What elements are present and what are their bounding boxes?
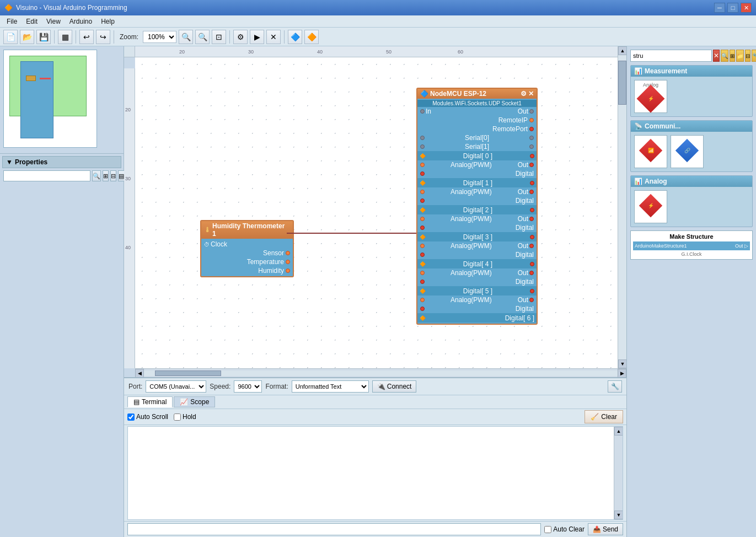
a0-dot[interactable] [420, 163, 425, 167]
vscroll-thumb[interactable] [618, 61, 626, 105]
menu-view[interactable]: View [42, 17, 65, 26]
speed-select[interactable]: 9600 [234, 380, 262, 393]
prop-collapse-button[interactable]: ⊟ [110, 170, 116, 181]
search-extra2[interactable]: 📁 [736, 50, 744, 62]
d3-dot[interactable] [420, 253, 425, 257]
vscroll-track[interactable] [618, 57, 626, 359]
canvas-hscroll[interactable]: ◀ ▶ [135, 368, 626, 377]
hold-label[interactable]: Hold [174, 413, 196, 421]
hscroll-thumb[interactable] [155, 370, 221, 376]
analog2-component[interactable]: ⚡ [634, 190, 667, 223]
d4-dot[interactable] [420, 280, 425, 284]
remoteip-dot[interactable] [529, 118, 534, 122]
hscroll-left[interactable]: ◀ [135, 369, 144, 378]
prop-search-button[interactable]: 🔍 [92, 170, 101, 181]
digital1-out-dot[interactable] [530, 181, 534, 185]
port-select[interactable]: COM5 (Unavai... [146, 380, 206, 393]
out1-dot[interactable] [529, 190, 534, 194]
tab-scope[interactable]: 📈 Scope [174, 396, 215, 407]
maximize-button[interactable]: □ [727, 3, 738, 13]
tab-terminal[interactable]: ▤ Terminal [127, 396, 173, 407]
redo-button[interactable]: ↪ [96, 30, 110, 44]
measurement-header[interactable]: 📊 Measurement [631, 66, 752, 77]
close-button[interactable]: ✕ [741, 3, 752, 13]
digital3-out-dot[interactable] [530, 235, 534, 239]
out0-dot[interactable] [529, 163, 534, 167]
out5-dot[interactable] [529, 298, 534, 302]
terminal-scroll-down[interactable]: ▼ [614, 511, 623, 519]
menu-arduino[interactable]: Arduino [65, 17, 96, 26]
auto-clear-checkbox[interactable] [544, 526, 551, 533]
terminal-scroll-up[interactable]: ▲ [614, 427, 623, 436]
grid-button[interactable]: ▦ [58, 30, 72, 44]
communi-icon2[interactable]: 🔗 [671, 135, 704, 168]
out2-dot[interactable] [529, 217, 534, 221]
format-select[interactable]: Unformatted Text [292, 380, 369, 393]
send-button[interactable]: 📤 Send [588, 523, 623, 535]
new-button[interactable]: 📄 [3, 30, 18, 44]
visuino-btn[interactable]: 🔷 [288, 30, 302, 44]
search-extra4[interactable]: 🔧 [752, 50, 756, 62]
zoom-out-button[interactable]: 🔍 [195, 30, 210, 44]
communi-icon1[interactable]: 📶 [634, 135, 667, 168]
menu-edit[interactable]: Edit [22, 17, 42, 26]
terminal-vscroll[interactable]: ▲ ▼ [614, 427, 623, 519]
a4-dot[interactable] [420, 271, 425, 275]
canvas-vscroll[interactable]: ▲ ▼ [618, 57, 626, 368]
undo-button[interactable]: ↩ [79, 30, 94, 44]
a5-dot[interactable] [420, 298, 425, 302]
auto-scroll-checkbox[interactable] [127, 414, 135, 421]
d5-dot[interactable] [420, 307, 425, 311]
nodemcu-component[interactable]: 🔷 NodeMCU ESP-12 ⚙ ✕ Modules.WiFi.Socket… [416, 88, 538, 325]
in-dot-left[interactable] [420, 109, 425, 114]
digital5-out-dot[interactable] [530, 289, 534, 293]
open-button[interactable]: 📂 [20, 30, 34, 44]
search-input[interactable] [630, 50, 712, 62]
temperature-dot[interactable] [286, 260, 290, 264]
auto-clear-label[interactable]: Auto Clear [544, 525, 585, 533]
out-dot-right[interactable] [529, 109, 534, 114]
out4-dot[interactable] [529, 271, 534, 275]
make-structure-box[interactable]: Make Structure ArduinoMakeStructure1 Out… [630, 230, 753, 260]
digital2-out-dot[interactable] [530, 208, 534, 212]
a2-dot[interactable] [420, 217, 425, 221]
menu-help[interactable]: Help [96, 17, 119, 26]
properties-header[interactable]: ▼ Properties [2, 156, 121, 168]
serial1-dot-left[interactable] [420, 144, 425, 149]
nodemcu-settings[interactable]: ⚙ ✕ [521, 90, 534, 98]
humidity-component[interactable]: 🌡 Humidity Thermometer 1 ⏱ Clock [200, 220, 294, 277]
hold-checkbox[interactable] [174, 414, 181, 421]
out3-dot[interactable] [529, 244, 534, 248]
humidity-out-dot[interactable] [286, 268, 290, 273]
analog-component-icon[interactable]: Analog ⚡ [634, 80, 667, 113]
zoom-fit-button[interactable]: ⊡ [212, 30, 226, 44]
prop-expand-button[interactable]: ⊞ [103, 170, 109, 181]
search-button[interactable]: 🔍 [721, 50, 728, 62]
hscroll-right[interactable]: ▶ [618, 369, 626, 378]
sensor-dot[interactable] [286, 251, 290, 255]
settings-button[interactable]: 🔧 [608, 380, 622, 393]
connect-button[interactable]: 🔌 Connect [372, 380, 417, 393]
canvas-inner[interactable]: 🌡 Humidity Thermometer 1 ⏱ Clock [135, 57, 626, 368]
search-extra3[interactable]: ⊟ [745, 50, 750, 62]
analog-header[interactable]: 📊 Analog [631, 176, 752, 187]
a1-dot[interactable] [420, 190, 425, 194]
search-extra1[interactable]: ⊞ [730, 50, 735, 62]
d0-dot[interactable] [420, 171, 425, 176]
serial0-dot-left[interactable] [420, 136, 425, 140]
zoom-select[interactable]: 50% 75% 100% 150% 200% [143, 31, 176, 43]
vscroll-down[interactable]: ▼ [618, 359, 626, 368]
d2-dot[interactable] [420, 225, 425, 230]
terminal-input[interactable] [127, 523, 541, 535]
d1-dot[interactable] [420, 198, 425, 203]
hscroll-track[interactable] [144, 370, 618, 376]
minimize-button[interactable]: ─ [714, 3, 725, 13]
remoteport-dot[interactable] [529, 127, 534, 131]
serial0-dot-right[interactable] [529, 136, 534, 140]
a3-dot[interactable] [420, 244, 425, 248]
zoom-in-button[interactable]: 🔍 [179, 30, 193, 44]
stop-button[interactable]: ✕ [266, 30, 281, 44]
serial1-dot-right[interactable] [529, 144, 534, 149]
prop-search-input[interactable] [3, 170, 90, 181]
upload-button[interactable]: ▶ [250, 30, 264, 44]
